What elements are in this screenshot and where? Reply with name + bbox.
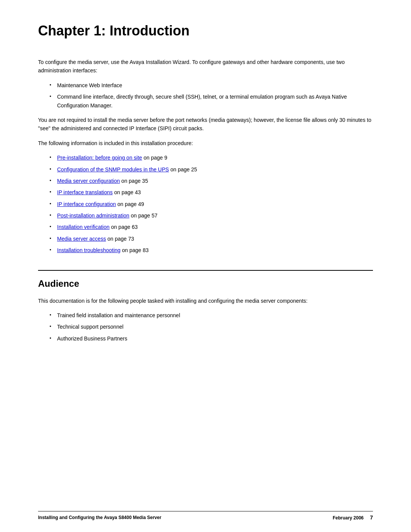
audience-list-item: Authorized Business Partners [49, 334, 373, 343]
page-footer: Installing and Configuring the Avaya S84… [38, 511, 373, 521]
toc-link[interactable]: Media server configuration [57, 178, 120, 184]
toc-list-item: IP interface translations on page 43 [49, 188, 373, 197]
toc-list: Pre-installation: before going on site o… [49, 153, 373, 255]
toc-list-item: Media server access on page 73 [49, 235, 373, 243]
toc-link[interactable]: IP interface translations [57, 189, 113, 195]
toc-link[interactable]: Media server access [57, 236, 106, 242]
toc-link[interactable]: IP interface configuration [57, 201, 116, 207]
audience-paragraph: This documentation is for the following … [38, 297, 373, 305]
admin-interfaces-list: Maintenance Web Interface Command line i… [49, 81, 373, 110]
toc-list-item: IP interface configuration on page 49 [49, 200, 373, 208]
list-item: Command line interface, directly through… [49, 93, 373, 110]
list-item: Maintenance Web Interface [49, 81, 373, 89]
intro-paragraph-3: The following information is included in… [38, 139, 373, 147]
audience-section-title: Audience [38, 278, 373, 289]
audience-list-item: Trained field installation and maintenan… [49, 311, 373, 320]
footer-page-number: 7 [370, 514, 373, 521]
toc-list-item: Pre-installation: before going on site o… [49, 153, 373, 162]
toc-list-item: Installation troubleshooting on page 83 [49, 246, 373, 254]
footer-right: February 2006 7 [333, 514, 373, 521]
audience-list: Trained field installation and maintenan… [49, 311, 373, 343]
toc-link[interactable]: Installation verification [57, 224, 110, 230]
toc-list-item: Post-installation administration on page… [49, 211, 373, 220]
toc-link[interactable]: Configuration of the SNMP modules in the… [57, 166, 169, 173]
footer-date: February 2006 [333, 515, 363, 521]
intro-paragraph-2: You are not required to install the medi… [38, 116, 373, 133]
toc-list-item: Configuration of the SNMP modules in the… [49, 165, 373, 174]
toc-list-item: Media server configuration on page 35 [49, 177, 373, 185]
toc-list-item: Installation verification on page 63 [49, 223, 373, 231]
page: Chapter 1: Introduction To configure the… [0, 0, 411, 532]
toc-link[interactable]: Pre-installation: before going on site [57, 155, 142, 161]
intro-paragraph-1: To configure the media server, use the A… [38, 58, 373, 75]
footer-title: Installing and Configuring the Avaya S84… [38, 515, 161, 520]
toc-link[interactable]: Installation troubleshooting [57, 247, 121, 253]
toc-link[interactable]: Post-installation administration [57, 212, 129, 219]
audience-list-item: Technical support personnel [49, 323, 373, 331]
chapter-title: Chapter 1: Introduction [38, 23, 373, 39]
section-divider [38, 270, 373, 271]
